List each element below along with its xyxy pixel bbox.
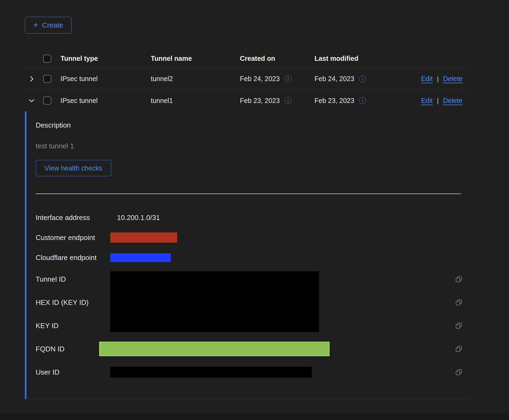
link-separator: | — [437, 75, 439, 83]
info-icon[interactable]: i — [359, 75, 366, 82]
field-label: Tunnel ID — [36, 275, 110, 284]
tunnel-type-cell: IPsec tunnel — [61, 75, 151, 83]
row-checkbox[interactable] — [43, 96, 51, 105]
tunnels-table: Tunnel type Tunnel name Created on Last … — [25, 49, 471, 399]
chevron-down-icon — [28, 97, 35, 104]
interface-address-value: 10.200.1.0/31 — [110, 214, 451, 222]
row1-checkbox-cell — [43, 75, 61, 83]
field-label: User ID — [36, 368, 110, 376]
edit-link[interactable]: Edit — [421, 75, 433, 83]
copy-icon — [455, 368, 463, 376]
last-modified-value: Feb 24, 2023 — [314, 75, 354, 83]
row-actions: Edit | Delete — [416, 75, 471, 83]
row2-chevron-cell — [25, 95, 43, 106]
field-label: Interface address — [36, 214, 110, 222]
field-cloudflare-endpoint: Cloudflare endpoint — [36, 248, 463, 268]
field-id-group: Tunnel ID HEX ID (KEY ID) — [36, 268, 463, 337]
field-customer-endpoint: Customer endpoint — [36, 228, 463, 248]
tunnels-page: + Create Tunnel type Tunnel name Created… — [0, 0, 509, 420]
tunnel-type-cell: IPsec tunnel — [61, 97, 151, 105]
expand-row-button[interactable] — [26, 73, 37, 85]
field-label: HEX ID (KEY ID) — [36, 298, 110, 307]
last-modified-value: Feb 23, 2023 — [314, 97, 354, 105]
delete-link[interactable]: Delete — [443, 97, 463, 105]
field-fqdn-id: FQDN ID — [36, 337, 463, 361]
copy-icon — [455, 345, 463, 353]
header-created-on: Created on — [240, 55, 314, 62]
delete-link[interactable]: Delete — [443, 75, 463, 83]
field-label: Cloudflare endpoint — [36, 254, 110, 262]
field-interface-address: Interface address 10.200.1.0/31 — [36, 208, 463, 228]
created-on-value: Feb 23, 2023 — [240, 97, 280, 105]
created-on-cell: Feb 23, 2023 i — [240, 97, 314, 105]
description-label: Description — [36, 121, 463, 129]
plus-icon: + — [33, 21, 38, 29]
view-health-checks-button[interactable]: View health checks — [36, 160, 111, 176]
info-icon[interactable]: i — [284, 97, 292, 104]
row2-checkbox-cell — [43, 96, 61, 105]
field-label: Customer endpoint — [36, 234, 110, 242]
tunnel-name-cell: tunnel2 — [151, 75, 240, 83]
table-header-row: Tunnel type Tunnel name Created on Last … — [25, 49, 471, 68]
header-last-modified: Last modified — [314, 55, 416, 62]
copy-button[interactable] — [455, 368, 463, 376]
header-tunnel-type: Tunnel type — [61, 55, 151, 62]
info-icon[interactable]: i — [359, 97, 366, 104]
header-checkbox-cell — [43, 55, 61, 63]
table-row-tunnel2: IPsec tunnel tunnel2 Feb 24, 2023 i Feb … — [25, 68, 471, 90]
copy-button[interactable] — [455, 322, 463, 329]
row1-chevron-cell — [25, 73, 43, 85]
user-id-redacted-value — [110, 367, 312, 378]
create-button-label: Create — [42, 21, 63, 29]
copy-icon — [455, 299, 463, 306]
cloudflare-endpoint-redacted-value — [110, 253, 171, 262]
table-row-tunnel1: IPsec tunnel tunnel1 Feb 23, 2023 i Feb … — [25, 90, 471, 111]
customer-endpoint-redacted-value — [110, 232, 177, 243]
header-tunnel-name: Tunnel name — [151, 55, 240, 62]
tunnel-detail-panel: Description test tunnel 1 View health ch… — [25, 111, 471, 399]
tunnel-name-cell: tunnel1 — [151, 97, 240, 105]
select-all-checkbox[interactable] — [43, 55, 51, 63]
field-label: KEY ID — [36, 322, 110, 330]
link-separator: | — [437, 97, 439, 104]
created-on-value: Feb 24, 2023 — [240, 75, 280, 83]
create-button[interactable]: + Create — [25, 17, 72, 34]
edit-link[interactable]: Edit — [421, 97, 433, 105]
description-value: test tunnel 1 — [36, 142, 463, 150]
bottom-edge-strip — [0, 413, 509, 420]
copy-button[interactable] — [455, 299, 463, 306]
copy-icon — [455, 275, 463, 283]
chevron-right-icon — [28, 75, 35, 83]
fqdn-id-redacted-value — [99, 342, 330, 356]
created-on-cell: Feb 24, 2023 i — [240, 75, 314, 83]
info-icon[interactable]: i — [284, 75, 292, 82]
row-actions: Edit | Delete — [416, 97, 471, 105]
row-checkbox[interactable] — [43, 75, 51, 83]
last-modified-cell: Feb 23, 2023 i — [314, 97, 416, 105]
field-user-id: User ID — [36, 361, 463, 384]
collapse-row-button[interactable] — [26, 95, 37, 106]
copy-button[interactable] — [455, 275, 463, 283]
last-modified-cell: Feb 24, 2023 i — [314, 75, 416, 83]
ids-redacted-value — [110, 271, 319, 332]
copy-icon — [455, 322, 463, 329]
copy-button[interactable] — [455, 345, 463, 353]
panel-divider — [36, 194, 461, 194]
tunnel-fields: Interface address 10.200.1.0/31 Customer… — [36, 208, 463, 384]
